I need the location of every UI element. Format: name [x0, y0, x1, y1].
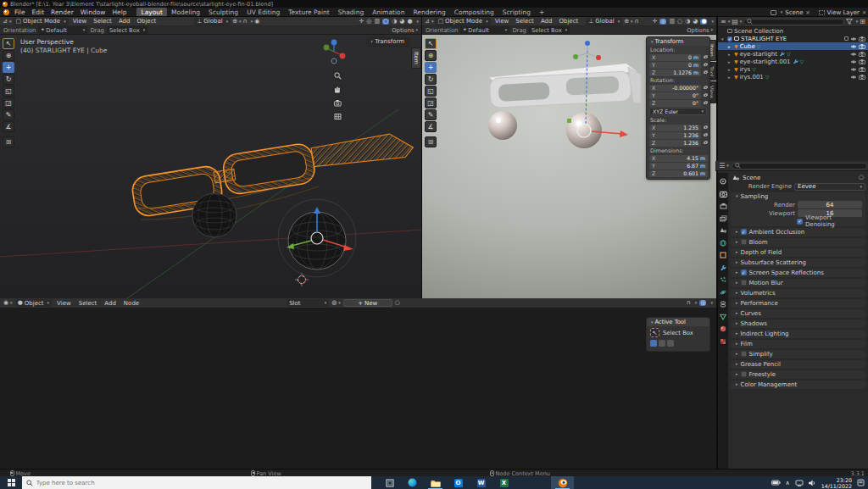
- notification-icon[interactable]: [857, 479, 865, 486]
- editor-type-icon[interactable]: ⊿▾: [3, 19, 11, 25]
- outliner-row-eye-starlight-001[interactable]: ▸ ▼ eye-starlight.001 ▽: [718, 58, 868, 65]
- annotate-tool[interactable]: ✎: [425, 109, 437, 120]
- tab-particles-icon[interactable]: [719, 275, 727, 284]
- display-mode-icon[interactable]: ▤▾: [732, 19, 742, 25]
- scene-selector[interactable]: Scene: [785, 9, 803, 16]
- cursor-tool[interactable]: ⊕: [3, 50, 14, 61]
- camera-view-icon[interactable]: [332, 97, 343, 108]
- tab-scene-icon[interactable]: [719, 226, 727, 235]
- outliner-row-irys[interactable]: ▸ ▼ irys ▽: [718, 65, 868, 73]
- tab-sculpting[interactable]: Sculpting: [204, 8, 242, 16]
- location-x-field[interactable]: X0 m: [649, 54, 701, 61]
- ortho-toggle-icon[interactable]: [332, 111, 343, 122]
- disable-render-icon[interactable]: [859, 36, 865, 42]
- rotation-x-field[interactable]: X-0.00000°: [649, 85, 701, 92]
- dimensions-y-field[interactable]: Y6.87 m: [649, 163, 708, 169]
- overlays-toggle-icon[interactable]: ◎: [659, 19, 666, 25]
- panel-ambient-occlusion[interactable]: ▸Ambient Occlusion: [731, 228, 865, 237]
- tab-shading[interactable]: Shading: [334, 8, 368, 16]
- axis-gizmo[interactable]: [321, 38, 347, 65]
- freestyle-checkbox[interactable]: [741, 371, 747, 377]
- taskbar-search[interactable]: [22, 476, 371, 489]
- rotation-z-field[interactable]: Z0°: [649, 100, 701, 107]
- view-layer-selector[interactable]: View Layer: [827, 9, 860, 16]
- lock-icon[interactable]: [704, 142, 707, 144]
- scale-tool[interactable]: ◱: [425, 86, 437, 97]
- viewport-left-canvas[interactable]: ↖ ⊕ + ↻ ◱ ◲ ✎ ∡ ⊞ User Perspective (40) …: [0, 35, 421, 298]
- panel-simplify[interactable]: ▸Simplify: [731, 350, 865, 359]
- lock-icon[interactable]: [704, 86, 707, 89]
- overlays-toggle-icon[interactable]: ◎: [699, 300, 706, 306]
- view-layer-remove-icon[interactable]: ✕: [862, 9, 866, 15]
- measure-tool[interactable]: ∡: [425, 121, 437, 132]
- exclude-checkbox-icon[interactable]: [844, 36, 849, 41]
- filter-icon[interactable]: [846, 19, 853, 25]
- scale-x-field[interactable]: X1.235: [649, 125, 701, 131]
- panel-depth-of-field[interactable]: ▸Depth of Field: [731, 248, 865, 258]
- panel-curves[interactable]: ▸Curves: [731, 309, 865, 319]
- word-icon[interactable]: W: [470, 476, 492, 489]
- mode-dropdown[interactable]: ▢Object Mode▾: [435, 18, 490, 25]
- outliner-row-irys-001[interactable]: ▸ ▼ irys.001 ▽: [718, 73, 868, 81]
- hide-viewport-icon[interactable]: [850, 59, 857, 64]
- menu-object[interactable]: Object: [134, 18, 159, 25]
- material-browse-icon[interactable]: ◍▾: [331, 300, 341, 306]
- properties-search-input[interactable]: [732, 163, 867, 169]
- menu-add[interactable]: Add: [116, 18, 133, 25]
- panel-freestyle[interactable]: ▸Freestyle: [731, 370, 865, 380]
- panel-bloom[interactable]: ▸Bloom: [731, 238, 865, 247]
- menu-select[interactable]: Select: [76, 300, 100, 307]
- tab-render-icon[interactable]: [719, 190, 727, 198]
- location-z-field[interactable]: Z1.1276 m: [649, 69, 701, 76]
- add-cube-tool[interactable]: ⊞: [425, 136, 437, 147]
- simplify-checkbox[interactable]: [741, 351, 747, 357]
- outliner-row-eye-starlight[interactable]: ▸ ▼ eye-starlight ▽: [718, 50, 868, 58]
- outliner-row-collection[interactable]: ▾ STARLIGHT EYE: [718, 35, 868, 42]
- menu-add[interactable]: Add: [102, 300, 119, 307]
- tab-uv-editing[interactable]: UV Editing: [242, 8, 284, 16]
- tab-layout[interactable]: Layout: [136, 8, 167, 16]
- xray-toggle-icon[interactable]: ▥: [374, 19, 380, 25]
- excel-icon[interactable]: X: [492, 476, 515, 489]
- slot-dropdown[interactable]: Slot▾: [287, 299, 329, 307]
- menu-window[interactable]: Window: [77, 8, 109, 17]
- shading-wireframe-icon[interactable]: ○: [382, 19, 389, 25]
- shading-solid-icon[interactable]: ◑: [392, 19, 397, 25]
- outliner-search-input[interactable]: [743, 19, 843, 25]
- scale-tool[interactable]: ◱: [3, 86, 14, 97]
- select-box-tool[interactable]: ↖: [3, 38, 14, 49]
- scene-unlink-icon[interactable]: ✕: [806, 9, 810, 15]
- hide-viewport-icon[interactable]: [850, 67, 857, 72]
- panel-indirect-lighting[interactable]: ▸Indirect Lighting: [731, 330, 865, 339]
- select-mode-new-icon[interactable]: [650, 340, 657, 347]
- panel-performance[interactable]: ▸Performance: [731, 299, 865, 308]
- sidebar-tab-item[interactable]: Item: [411, 47, 421, 69]
- scale-y-field[interactable]: Y1.236: [649, 132, 701, 139]
- select-box-tool[interactable]: ↖: [425, 38, 437, 49]
- active-tool-header[interactable]: ▾Active Tool: [647, 318, 709, 326]
- collection-checkbox[interactable]: [727, 36, 732, 42]
- file-explorer-icon[interactable]: [424, 476, 447, 489]
- task-view-button[interactable]: [378, 476, 401, 489]
- menu-view[interactable]: View: [54, 300, 74, 307]
- pin-icon[interactable]: ○: [859, 175, 864, 181]
- overlays-toggle-icon[interactable]: ◎: [366, 19, 371, 25]
- render-samples-field[interactable]: 64: [798, 201, 862, 208]
- pin-icon[interactable]: ○: [395, 300, 400, 306]
- panel-film[interactable]: ▸Film: [731, 340, 865, 349]
- panel-screen-space-reflections[interactable]: ▸Screen Space Reflections: [731, 269, 865, 278]
- bloom-checkbox[interactable]: [741, 239, 747, 245]
- menu-edit[interactable]: Edit: [29, 8, 48, 17]
- tab-texture-paint[interactable]: Texture Paint: [284, 8, 333, 16]
- menu-view[interactable]: View: [70, 18, 90, 25]
- tab-animation[interactable]: Animation: [368, 8, 409, 16]
- hide-viewport-icon[interactable]: [850, 75, 857, 80]
- outliner-row-scene-collection[interactable]: Scene Collection: [718, 27, 868, 35]
- snap-magnet-icon[interactable]: ∩: [687, 300, 691, 306]
- disable-render-icon[interactable]: [859, 59, 865, 64]
- move-tool[interactable]: +: [3, 62, 14, 73]
- snap-magnet-icon[interactable]: ∩: [243, 19, 248, 25]
- snap-magnet-icon[interactable]: ∩: [635, 19, 639, 25]
- tab-modeling[interactable]: Modeling: [167, 8, 204, 16]
- annotate-tool[interactable]: ✎: [3, 109, 14, 120]
